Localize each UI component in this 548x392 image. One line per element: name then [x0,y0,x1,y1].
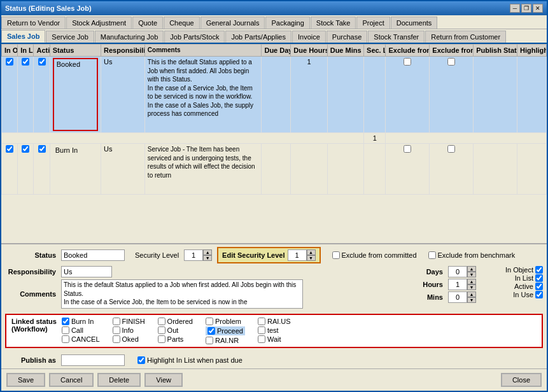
row2-excl2-checkbox[interactable] [447,145,455,153]
hours-input[interactable] [448,279,467,290]
row2-in-list-checkbox[interactable] [22,145,29,153]
row2-in-object-checkbox[interactable] [6,145,13,153]
linked-oked-checkbox[interactable] [113,335,120,343]
tab-return-from-customer[interactable]: Return from Customer [425,31,506,43]
linked-cancel-checkbox[interactable] [62,335,69,343]
linked-item-rainr: RAI.NR [206,337,245,344]
linked-proceed-checkbox[interactable] [207,327,215,335]
close-window-button[interactable]: ✕ [533,4,543,13]
table-row[interactable]: Booked Us This is the default Status app… [2,57,547,133]
row1-active-checkbox[interactable] [38,58,46,66]
tab-job-parts-stock[interactable]: Job Parts/Stock [164,31,225,43]
tab-documents[interactable]: Documents [391,17,438,29]
linked-item-proceed: Proceed [206,326,245,335]
highlight-checkbox[interactable] [137,356,145,364]
tab-general-journals[interactable]: General Journals [200,17,265,29]
view-button[interactable]: View [144,373,183,387]
days-input[interactable] [448,266,467,277]
row2-excl2-cell [430,144,474,195]
linked-item-burn-in: Burn In [62,318,100,325]
tab-purchase[interactable]: Purchase [327,31,367,43]
row2-in-list-cell [18,144,34,195]
tab-service-job[interactable]: Service Job [46,31,94,43]
row1-excl2-checkbox[interactable] [447,58,455,66]
delete-button[interactable]: Delete [97,373,141,387]
linked-ordered-checkbox[interactable] [158,318,165,325]
tab-job-parts-applies[interactable]: Job Parts/Applies [225,31,292,43]
row1-excl2-cell [430,57,474,133]
linked-problem-checkbox[interactable] [206,318,213,325]
edit-security-level-down[interactable]: ▼ [307,255,316,261]
linked-item-finish: FINISH [113,318,145,325]
security-level-up[interactable]: ▲ [203,249,212,255]
exclude-benchmark-checkbox[interactable] [428,251,436,259]
status-input[interactable] [61,249,125,261]
security-level-down[interactable]: ▼ [203,255,212,261]
days-down[interactable]: ▼ [467,272,476,277]
hours-down[interactable]: ▼ [467,284,476,290]
linked-parts-checkbox[interactable] [158,335,165,343]
tab-cheque[interactable]: Cheque [164,17,200,29]
days-up[interactable]: ▲ [467,266,476,272]
linked-rainr-checkbox[interactable] [206,337,213,344]
table-row[interactable]: 1 [2,133,547,144]
minimize-button[interactable]: ─ [510,4,520,13]
tab-manufacturing-job[interactable]: Manufacturing Job [95,31,164,43]
status-row: Status Security Level ▲ ▼ Edit Security … [5,247,543,263]
tab-project[interactable]: Project [356,17,390,29]
comments-row: Comments This is the default Status appl… [5,279,415,309]
security-level-input[interactable] [184,249,203,261]
linked-raius-checkbox[interactable] [258,318,265,325]
linked-wait-checkbox[interactable] [258,335,265,343]
publish-as-input[interactable] [61,354,125,366]
col-header-in-object: In Object [2,45,18,57]
hours-up[interactable]: ▲ [467,279,476,284]
in-list-row: In List [505,274,543,282]
mins-up[interactable]: ▲ [467,291,476,297]
edit-security-level-input[interactable] [288,249,307,261]
row2-excl1-checkbox[interactable] [404,145,411,153]
in-object-row: In Object [505,266,543,274]
row2-active-checkbox[interactable] [38,145,46,153]
linked-col-5: RAI.US test Wait [258,318,291,344]
comments-label: Comments [5,290,56,298]
linked-out-checkbox[interactable] [158,326,165,334]
exclude-committed-checkbox[interactable] [332,251,340,259]
tab-sales-job[interactable]: Sales Job [1,30,45,43]
linked-problem-label: Problem [215,318,241,325]
col-header-excl2: Exclude from [430,45,474,57]
tab-stock-transfer[interactable]: Stock Transfer [368,31,425,43]
save-button[interactable]: Save [6,373,45,387]
tab-stock-take[interactable]: Stock Take [311,17,356,29]
responsibility-input[interactable] [61,266,112,277]
tab-return-to-vendor[interactable]: Return to Vendor [1,17,66,29]
table-row[interactable]: Burn In Us Service Job - The Item has be… [2,144,547,195]
active-checkbox[interactable] [535,283,543,290]
linked-finish-checkbox[interactable] [113,318,120,325]
mins-input[interactable] [448,291,467,303]
linked-info-checkbox[interactable] [113,326,120,334]
edit-security-level-up[interactable]: ▲ [307,249,316,255]
tab-invoice[interactable]: Invoice [292,31,326,43]
row1-comments-cell: This is the default Status applied to a … [144,57,262,133]
linked-test-checkbox[interactable] [258,326,265,334]
close-button[interactable]: Close [501,373,542,387]
in-use-checkbox[interactable] [535,291,543,298]
row1-in-list-checkbox[interactable] [22,58,29,66]
in-object-checkbox[interactable] [535,266,543,274]
row1-excl1-checkbox[interactable] [404,58,411,66]
comments-textarea[interactable]: This is the default Status applied to a … [61,279,303,309]
in-list-checkbox[interactable] [535,274,543,282]
tabs-row-2: Sales Job Service Job Manufacturing Job … [1,29,547,44]
mins-down[interactable]: ▼ [467,297,476,303]
status-table: In Object In List Active Status Responsi… [1,44,547,195]
linked-call-checkbox[interactable] [62,326,69,334]
tab-stock-adjustment[interactable]: Stock Adjustment [66,17,132,29]
tab-packaging[interactable]: Packaging [265,17,309,29]
restore-button[interactable]: ❐ [521,4,531,13]
row1-in-object-checkbox[interactable] [6,58,13,66]
tab-quote[interactable]: Quote [132,17,163,29]
cancel-button[interactable]: Cancel [49,373,94,387]
linked-burn-in-checkbox[interactable] [62,318,69,325]
in-object-label: In Object [505,266,533,274]
